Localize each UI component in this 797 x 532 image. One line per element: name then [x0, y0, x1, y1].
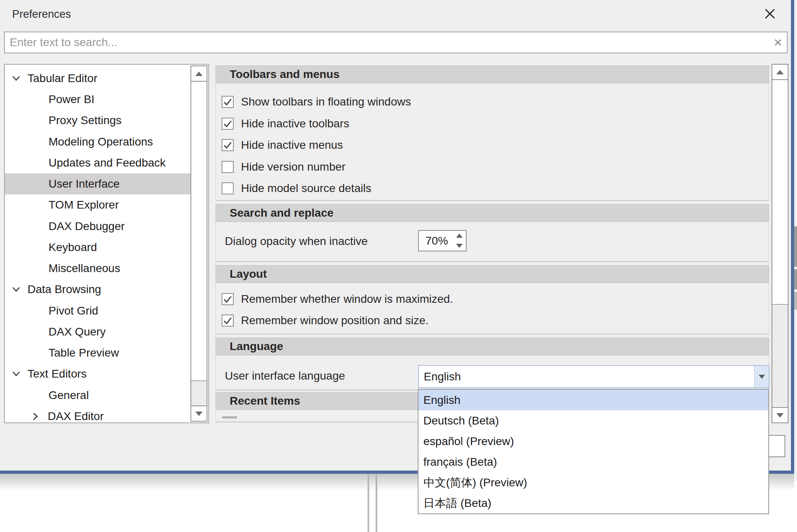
search-box: [4, 32, 788, 53]
section-title: Search and replace: [230, 207, 334, 220]
checkbox-remember-maximized[interactable]: Remember whether window is maximized.: [216, 289, 453, 310]
tree-item-text-editors[interactable]: Text Editors: [5, 363, 190, 384]
checkbox-show-toolbars-floating[interactable]: Show toolbars in floating windows: [216, 91, 411, 112]
tree-item-miscellaneous[interactable]: Miscellaneous: [5, 258, 190, 279]
dropdown-item-label: español (Preview): [423, 435, 514, 448]
checkbox-label: Hide inactive menus: [241, 139, 343, 152]
dialog-right-border: [791, 0, 794, 474]
spinner-up-button[interactable]: [453, 231, 466, 241]
tree-item-label: Miscellaneous: [49, 262, 120, 275]
spinner-buttons: [453, 231, 466, 251]
section-header-search-and-replace: Search and replace: [216, 204, 769, 222]
settings-panel: Toolbars and menus Show toolbars in floa…: [216, 64, 769, 423]
background-window-edge: [794, 269, 797, 289]
scroll-down-button[interactable]: [191, 405, 207, 421]
tree-item-label: User Interface: [49, 177, 120, 190]
scrollbar-thumb[interactable]: [191, 82, 207, 381]
tree-item-label: Proxy Settings: [49, 114, 122, 127]
tree-item-tabular-editor[interactable]: Tabular Editor: [5, 68, 190, 89]
checkbox-icon[interactable]: [222, 315, 234, 327]
dropdown-item-label: 中文(简体) (Preview): [423, 475, 527, 490]
scroll-up-icon: [776, 70, 784, 74]
dropdown-item-deutsch[interactable]: Deutsch (Beta): [419, 410, 768, 431]
combobox-dropdown-button[interactable]: [754, 366, 769, 387]
tree-item-data-browsing[interactable]: Data Browsing: [5, 279, 190, 300]
checkbox-label: Hide version number: [241, 160, 345, 173]
tree-item-modeling-operations[interactable]: Modeling Operations: [5, 131, 190, 152]
search-clear-button[interactable]: [769, 38, 787, 47]
tree-item-label: Power BI: [49, 93, 95, 106]
dialog-title: Preferences: [12, 8, 71, 21]
checkbox-icon[interactable]: [222, 182, 234, 194]
opacity-spinner[interactable]: 70%: [418, 230, 467, 251]
close-button[interactable]: [762, 6, 778, 22]
dropdown-item-label: English: [423, 394, 461, 407]
tree-item-power-bi[interactable]: Power BI: [5, 89, 190, 110]
tree-item-dax-debugger[interactable]: DAX Debugger: [5, 216, 190, 237]
settings-panel-scrollbar[interactable]: [772, 64, 789, 423]
scroll-down-icon: [195, 412, 203, 416]
section-title: Language: [230, 340, 283, 353]
chevron-down-icon[interactable]: [11, 75, 21, 82]
spinner-down-button[interactable]: [453, 241, 466, 251]
scroll-up-button[interactable]: [191, 66, 207, 82]
tree-item-updates-and-feedback[interactable]: Updates and Feedback: [5, 152, 190, 173]
checkbox-label: Hide model source details: [241, 182, 371, 195]
scrollbar-thumb[interactable]: [772, 80, 788, 305]
scroll-up-button[interactable]: [772, 65, 788, 80]
tree-item-dax-query[interactable]: DAX Query: [5, 321, 190, 342]
checkmark-icon: [222, 97, 233, 107]
tree-item-pivot-grid[interactable]: Pivot Grid: [5, 300, 190, 321]
spinner-down-icon: [456, 244, 463, 248]
clipped-checkbox-edge: [222, 416, 237, 418]
checkmark-icon: [222, 315, 233, 326]
search-input[interactable]: [5, 36, 769, 49]
dropdown-item-chinese-simplified[interactable]: 中文(简体) (Preview): [419, 472, 768, 493]
tree-item-dax-editor[interactable]: DAX Editor: [5, 406, 190, 423]
tree-scrollbar[interactable]: [190, 65, 207, 422]
checkbox-label: Hide inactive toolbars: [241, 117, 349, 130]
tree-item-tom-explorer[interactable]: TOM Explorer: [5, 194, 190, 215]
dropdown-item-label: français (Beta): [423, 456, 497, 469]
dropdown-item-espanol[interactable]: español (Preview): [419, 431, 768, 452]
section-title: Recent Items: [230, 395, 300, 407]
checkbox-hide-model-source-details[interactable]: Hide model source details: [216, 178, 371, 199]
tree-item-label: TOM Explorer: [49, 198, 119, 211]
tree-item-proxy-settings[interactable]: Proxy Settings: [5, 110, 190, 131]
checkbox-hide-inactive-toolbars[interactable]: Hide inactive toolbars: [216, 113, 349, 134]
checkbox-icon[interactable]: [222, 139, 234, 151]
chevron-down-icon[interactable]: [11, 286, 21, 293]
checkbox-label: Remember window position and size.: [241, 314, 429, 327]
section-language-content: User interface language English: [216, 355, 769, 391]
preferences-dialog: Preferences Tabular Editor Power BI Prox…: [0, 0, 797, 532]
language-combobox[interactable]: English: [418, 365, 770, 388]
section-header-layout: Layout: [216, 265, 769, 283]
section-layout-content: Remember whether window is maximized. Re…: [216, 283, 769, 334]
tree-item-user-interface[interactable]: User Interface: [5, 173, 190, 194]
combobox-value: English: [419, 366, 754, 387]
spinner-up-icon: [456, 234, 463, 238]
checkbox-icon[interactable]: [222, 293, 234, 305]
checkbox-hide-version-number[interactable]: Hide version number: [216, 156, 345, 177]
tree-item-keyboard[interactable]: Keyboard: [5, 237, 190, 258]
checkbox-remember-position-size[interactable]: Remember window position and size.: [216, 310, 429, 331]
checkbox-icon[interactable]: [222, 96, 234, 108]
checkbox-icon[interactable]: [222, 161, 234, 173]
chevron-right-icon[interactable]: [32, 412, 39, 421]
dropdown-item-japanese[interactable]: 日本語 (Beta): [419, 493, 768, 513]
dropdown-item-francais[interactable]: français (Beta): [419, 452, 768, 472]
tree-item-label: Keyboard: [49, 241, 97, 254]
checkbox-hide-inactive-menus[interactable]: Hide inactive menus: [216, 135, 343, 156]
tree-item-general[interactable]: General: [5, 385, 190, 406]
checkbox-label: Remember whether window is maximized.: [241, 293, 453, 306]
dropdown-item-english[interactable]: English: [419, 390, 768, 410]
tree-item-label: General: [49, 389, 89, 402]
checkmark-icon: [222, 294, 233, 304]
chevron-down-icon[interactable]: [11, 371, 21, 377]
scroll-down-button[interactable]: [772, 407, 788, 422]
tree-item-table-preview[interactable]: Table Preview: [5, 342, 190, 363]
tree-item-label: Pivot Grid: [49, 304, 98, 317]
background-window-edge: [794, 292, 797, 310]
settings-tree: Tabular Editor Power BI Proxy Settings M…: [4, 64, 209, 423]
checkbox-icon[interactable]: [222, 118, 234, 130]
